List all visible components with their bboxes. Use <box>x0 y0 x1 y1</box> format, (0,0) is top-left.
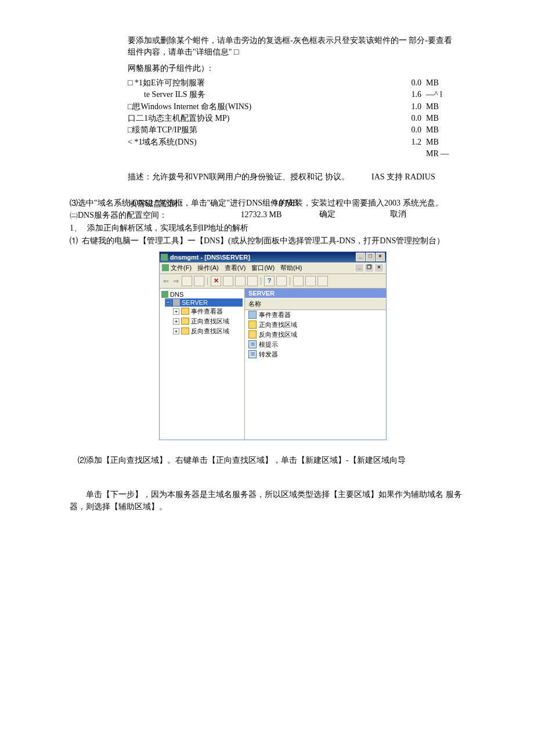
component-label: □ *1如E许可控制服署 <box>128 77 402 89</box>
mmc-icon <box>162 264 169 271</box>
tool-icon[interactable] <box>276 276 287 286</box>
cancel-button[interactable]: 取消 <box>390 210 406 218</box>
minimize-button[interactable]: _ <box>356 253 365 261</box>
expand-icon[interactable]: + <box>173 328 179 334</box>
app-icon <box>161 254 168 261</box>
tree-node[interactable]: + 事件查看器 <box>173 307 243 316</box>
component-row: □ *1如E许可控制服署 0.0 MB <box>128 77 453 89</box>
list-item[interactable]: 溷 转发器 <box>245 350 386 359</box>
column-header[interactable]: 名称 <box>245 298 386 310</box>
tree-server[interactable]: − SERVER <box>165 298 243 307</box>
maximize-button[interactable]: □ <box>366 253 375 261</box>
tree-node[interactable]: + 反向查找区域 <box>173 326 243 336</box>
export-icon[interactable] <box>247 276 258 286</box>
toolbar-separator <box>207 277 208 285</box>
show-hide-icon[interactable] <box>194 276 204 286</box>
component-row: te Server ILS 服务 1.6 —^ l <box>128 89 453 100</box>
disk-config-label: ㈡DNS服务器的配置空间： <box>70 210 221 221</box>
delete-icon[interactable]: ✕ <box>211 276 221 286</box>
dns-console-window: dnsmgmt - [DNS\SERVER] _ □ × 文件(F) 操作(A)… <box>159 251 387 440</box>
substep-1: ⑴ 右键我的电脑一【管理工具】一【DNS】(或从控制面板中选择管理工具-DNS，… <box>70 235 476 247</box>
tool-icon[interactable] <box>305 276 316 286</box>
root-hints-icon: 溷 <box>248 340 257 348</box>
menu-window[interactable]: 窗口(W) <box>251 264 275 272</box>
properties-icon[interactable] <box>223 276 233 286</box>
menu-view[interactable]: 查看(V) <box>225 264 246 272</box>
toolbar-separator <box>261 277 261 285</box>
component-row: □思Windows Internet 命名服(WINS) 1.0 MB <box>128 101 453 113</box>
step-text: 添加正向解析区域，实现域名到IP地址的解析 <box>87 223 476 233</box>
event-viewer-icon <box>248 311 257 319</box>
list-header: SERVER <box>245 289 386 298</box>
titlebar: dnsmgmt - [DNS\SERVER] _ □ × <box>160 252 386 262</box>
menu-help[interactable]: 帮助(H) <box>280 264 302 272</box>
menu-action[interactable]: 操作(A) <box>197 264 219 272</box>
forward-icon[interactable]: ⇒ <box>172 277 180 285</box>
list-item[interactable]: 事件查看器 <box>245 310 386 320</box>
collapse-icon[interactable]: − <box>165 299 171 305</box>
intro-text: 要添加或删除某个蚶件，诘单击旁边的复选框-灰色框表示只登安装该蚶件的一 部分-要… <box>128 35 453 57</box>
disk-required-label: 顷需磁盘空间： <box>129 199 245 209</box>
toolbar: ⇐ ⇒ ✕ ? <box>160 274 386 289</box>
component-list: □ *1如E许可控制服署 0.0 MB te Server ILS 服务 1.6… <box>128 77 453 160</box>
child-restore-button[interactable]: ❐ <box>365 264 374 272</box>
back-icon[interactable]: ⇐ <box>162 277 170 285</box>
up-icon[interactable] <box>182 276 192 286</box>
folder-icon <box>181 308 189 315</box>
component-row: 口二1动态主机配置协设 MP) 0.0 MB <box>128 113 453 124</box>
list-item[interactable]: 正向查找区域 <box>245 320 386 330</box>
substep-2: ⑵添加【正向查找区域】。右键单击【正向查找区域】，单击【新建区域】-【新建区域向… <box>78 454 476 466</box>
tree-node[interactable]: + 正向查找区域 <box>173 316 243 326</box>
component-row: < *1域名系统(DNS) 1.2 MB <box>128 136 453 148</box>
tool-icon[interactable] <box>293 276 304 286</box>
component-row: □绥简单TCP/IP服第 0.0 MB <box>128 124 453 136</box>
disk-config-value: 12732.3 MB <box>221 210 302 221</box>
child-minimize-button[interactable]: _ <box>355 264 364 272</box>
help-icon[interactable]: ? <box>264 276 275 286</box>
dns-root-icon <box>161 291 168 298</box>
tree-root[interactable]: DNS <box>161 290 243 298</box>
tree-pane: DNS − SERVER + 事件查看器 + 正向查找区域 <box>160 289 245 440</box>
component-size: 0.0 <box>402 77 421 89</box>
list-item[interactable]: 反向查找区域 <box>245 330 386 340</box>
dialog-buttons: 确定 取消 <box>319 209 459 219</box>
disk-required-value: 0.0 MB <box>245 199 326 209</box>
description-row: 描述：允许拨号和VPN联网用户的身份验证、授权和记 协议。 IAS 支持 RAD… <box>128 171 476 183</box>
expand-icon[interactable]: + <box>173 318 179 325</box>
refresh-icon[interactable] <box>235 276 246 286</box>
folder-icon <box>248 330 257 339</box>
close-button[interactable]: × <box>376 253 385 261</box>
list-item[interactable]: 溷 根提示 <box>245 340 386 350</box>
ok-button[interactable]: 确定 <box>319 210 335 218</box>
list-pane: SERVER 名称 事件查看器 正向查找区域 反向查找区域 溷 根提示 <box>245 289 386 440</box>
component-row: MR — <box>128 148 453 160</box>
expand-icon[interactable]: + <box>173 308 179 315</box>
window-title: dnsmgmt - [DNS\SERVER] <box>170 254 355 261</box>
description-text: 描述：允许拨号和VPN联网用户的身份验证、授权和记 协议。 <box>128 171 371 183</box>
subcomponents-label: 网貉服募的子组件此）: <box>128 63 476 74</box>
folder-icon <box>248 321 257 329</box>
description-support: IAS 支持 RADIUS <box>371 171 476 183</box>
folder-icon <box>181 327 189 334</box>
child-close-button[interactable]: × <box>374 264 384 272</box>
tool-icon[interactable] <box>317 276 328 286</box>
component-unit: MB <box>421 77 453 89</box>
toolbar-separator <box>290 277 290 285</box>
folder-icon <box>181 318 189 325</box>
tail-paragraph: 单击【下一步】，因为本服务器是主域名服务器，所以区域类型选择【主要区域】如果作为… <box>70 488 476 513</box>
server-icon <box>173 299 180 306</box>
step-number: 1、 <box>70 223 87 233</box>
forwarder-icon: 溷 <box>248 350 257 358</box>
step-1: 1、 添加正向解析区域，实现域名到IP地址的解析 <box>70 223 476 233</box>
menubar: 文件(F) 操作(A) 查看(V) 窗口(W) 帮助(H) _ ❐ × <box>160 262 386 274</box>
menu-file[interactable]: 文件(F) <box>171 264 192 272</box>
